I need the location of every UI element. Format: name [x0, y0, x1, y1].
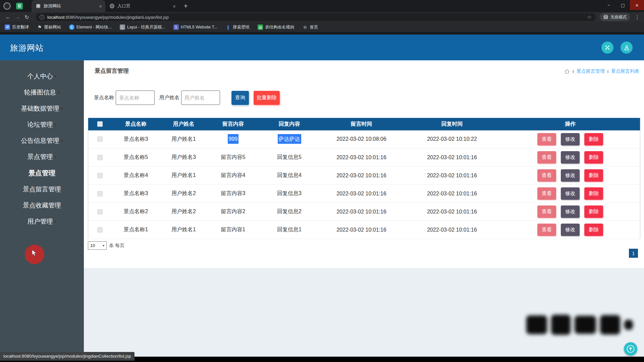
sidebar-item-base-data[interactable]: 基础数据管理▾ [0, 101, 84, 117]
bookmark-item[interactable]: ⚑图标网站 [37, 24, 61, 30]
sidebar-item-announcements[interactable]: 公告信息管理▾ [0, 133, 84, 149]
delete-button[interactable]: 删除 [584, 133, 603, 145]
bookmark-star-icon[interactable]: ☆ [587, 14, 592, 20]
view-button[interactable]: 查看 [537, 151, 556, 164]
cell-message-time: 2022-03-02 10:01:16 [320, 203, 404, 221]
view-button[interactable]: 查看 [537, 133, 556, 145]
user-profile-button[interactable] [621, 42, 633, 54]
column-header: 留言时间 [320, 118, 404, 130]
bookmark-label: 首页 [310, 24, 318, 30]
delete-button[interactable]: 删除 [584, 224, 603, 236]
bookmark-item[interactable]: 译百度翻译 [5, 24, 29, 30]
page-number-button[interactable]: 1 [629, 249, 638, 258]
edit-button[interactable]: 修改 [561, 151, 580, 164]
home-icon[interactable] [564, 69, 570, 74]
cell-reply-time: 2022-03-02 10:01:16 [404, 148, 501, 167]
sidebar-item-scenic-spot[interactable]: 景点管理▾ [0, 149, 84, 165]
sidebar-item-user-management[interactable]: 用户管理▾ [0, 214, 84, 230]
scenic-name-input[interactable] [116, 90, 155, 105]
bookmark-item[interactable]: ⊕首页 [303, 24, 318, 30]
cell-scenic-name: 景点名称5 [112, 148, 160, 167]
sheets-extension-icon[interactable] [16, 3, 23, 9]
sidebar-item-forum[interactable]: 论坛管理▾ [0, 117, 84, 133]
per-page-select[interactable]: 10 ▾ [88, 241, 107, 250]
row-checkbox[interactable] [97, 136, 103, 142]
user-name-input[interactable] [181, 90, 220, 105]
scenic-name-label: 景点名称 [94, 95, 114, 101]
row-checkbox[interactable] [97, 155, 103, 160]
chevron-down-icon: ▾ [54, 122, 56, 127]
column-header: 用户姓名 [160, 118, 207, 130]
cell-scenic-name: 景点名称1 [112, 221, 160, 239]
sidebar-item-scenic-spot-child[interactable]: 景点管理 [0, 165, 84, 181]
tab-close-icon[interactable]: × [173, 3, 176, 9]
table-row: 景点名称3 用户姓名2 留言内容3 回复信息3 2022-03-02 10:01… [88, 185, 640, 203]
maximize-button[interactable]: ▢ [616, 0, 630, 10]
bookmark-label: 搜索壁纸 [233, 24, 250, 30]
row-checkbox[interactable] [97, 209, 103, 215]
batch-delete-button[interactable]: 批量删除 [254, 91, 280, 105]
delete-button[interactable]: 删除 [584, 151, 603, 164]
view-button[interactable]: 查看 [537, 205, 556, 218]
new-tab-button[interactable]: + [184, 2, 188, 10]
edit-button[interactable]: 修改 [561, 169, 580, 182]
sidebar-item-carousel-info[interactable]: 轮播图信息▾ [0, 84, 84, 101]
row-checkbox[interactable] [97, 173, 103, 178]
edit-button[interactable]: 修改 [561, 187, 580, 200]
messages-table: 景点名称 用户姓名 留言内容 回复内容 留言时间 回复时间 操作 景点名称3 用… [88, 118, 640, 239]
tab-entry-page[interactable]: 入口页 × [105, 0, 179, 12]
cell-message: 留言内容4 [207, 167, 259, 185]
sidebar-item-scenic-messages[interactable]: 景点留言管理 [0, 181, 84, 197]
bookmark-item[interactable]: 5HTML5 Website T... [173, 24, 217, 30]
minimize-button[interactable]: − [602, 0, 616, 10]
table-row: 景点名称2 用户姓名2 留言内容2 回复信息2 2022-03-02 10:01… [88, 203, 640, 221]
chrome-divider [0, 32, 644, 35]
page-info-icon[interactable]: i [40, 15, 44, 19]
delete-button[interactable]: 删除 [584, 205, 603, 218]
click-indicator [25, 245, 44, 264]
row-checkbox[interactable] [97, 227, 103, 233]
edit-button[interactable]: 修改 [561, 133, 580, 145]
browser-menu-icon[interactable]: ⋮ [634, 14, 641, 20]
url-field[interactable]: i localhost :8080/lvyouwangye/jsp/module… [36, 13, 596, 21]
close-button[interactable]: × [630, 0, 644, 10]
table-rules-icon: ▤ [258, 24, 263, 30]
window-controls: − ▢ × [602, 0, 644, 10]
selected-text: 萨达萨达 [278, 134, 301, 144]
browser-logo-icon [3, 2, 11, 10]
view-button[interactable]: 查看 [537, 224, 556, 236]
reload-icon[interactable]: ↻ [22, 14, 32, 20]
search-button[interactable]: 查询 [231, 91, 249, 105]
view-button[interactable]: 查看 [537, 187, 556, 200]
select-all-checkbox[interactable] [97, 121, 103, 127]
blurred-watermark [522, 311, 638, 339]
bookmark-item[interactable]: ∥搜索壁纸 [225, 24, 250, 30]
edit-button[interactable]: 修改 [561, 205, 580, 218]
bookmark-item[interactable]: ▤表结构命名规则 [258, 24, 294, 30]
row-checkbox[interactable] [97, 191, 103, 196]
back-icon[interactable]: ← [3, 14, 13, 20]
breadcrumb-link-management[interactable]: 景点留言管理 [577, 68, 605, 74]
sidebar-item-scenic-favorites[interactable]: 景点收藏管理 [0, 197, 84, 214]
forward-icon[interactable]: → [13, 14, 22, 20]
cell-message-time: 2022-03-02 10:08:06 [320, 130, 404, 148]
fullscreen-button[interactable] [601, 42, 613, 54]
delete-button[interactable]: 删除 [584, 169, 603, 182]
incognito-badge: 无痕模式 [600, 13, 630, 21]
edit-button[interactable]: 修改 [561, 224, 580, 236]
bookmark-item[interactable]: EElement - 网站快... [69, 24, 112, 30]
bookmark-item[interactable]: LLayui - 经典开源模... [120, 24, 165, 30]
breadcrumb-link-list[interactable]: 景点留言列表 [611, 68, 639, 74]
selected-text: 999 [228, 134, 239, 144]
tab-travel-site[interactable]: 旅游网站 × [32, 0, 105, 12]
delete-button[interactable]: 删除 [584, 187, 603, 200]
tab-close-icon[interactable]: × [99, 3, 102, 9]
scroll-to-top-button[interactable] [624, 342, 637, 356]
sidebar-item-personal-center[interactable]: 个人中心▾ [0, 68, 84, 84]
view-button[interactable]: 查看 [537, 169, 556, 182]
cell-reply-time: 2022-03-02 10:01:16 [404, 185, 501, 203]
sidebar-item-label: 景点收藏管理 [23, 202, 61, 209]
user-name-label: 用户姓名 [159, 95, 179, 101]
column-header: 留言内容 [207, 118, 259, 130]
cell-reply-time: 2022-03-02 10:10:22 [404, 130, 501, 148]
